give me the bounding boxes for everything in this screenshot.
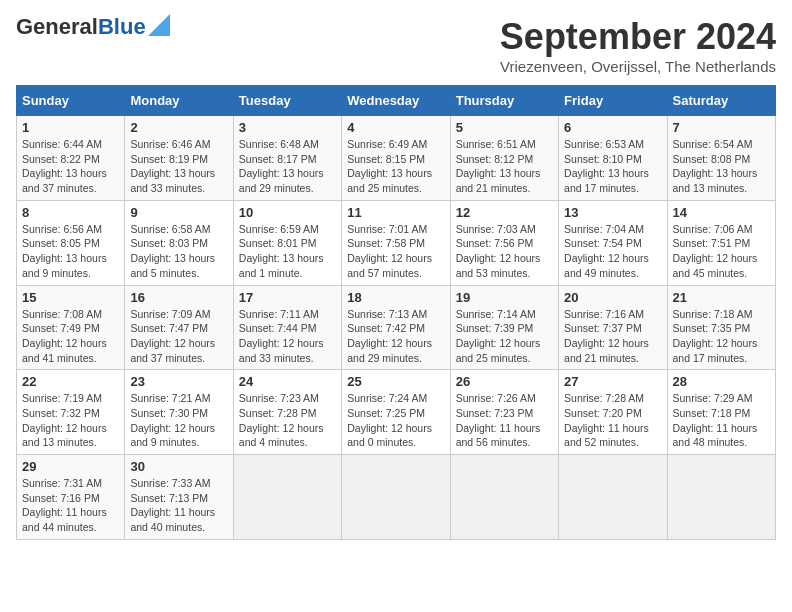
day-info-line: Daylight: 12 hours	[673, 336, 770, 351]
day-info-line: and 9 minutes.	[22, 266, 119, 281]
day-info-line: Daylight: 13 hours	[130, 251, 227, 266]
day-cell: 11Sunrise: 7:01 AMSunset: 7:58 PMDayligh…	[342, 200, 450, 285]
day-number: 25	[347, 374, 444, 389]
day-info-line: Sunrise: 7:06 AM	[673, 222, 770, 237]
day-info-line: Daylight: 13 hours	[564, 166, 661, 181]
day-info-line: Daylight: 12 hours	[130, 421, 227, 436]
day-cell: 10Sunrise: 6:59 AMSunset: 8:01 PMDayligh…	[233, 200, 341, 285]
day-info-line: Sunset: 8:05 PM	[22, 236, 119, 251]
logo: GeneralBlue	[16, 16, 170, 38]
logo-general: General	[16, 14, 98, 39]
day-info-line: Sunrise: 7:11 AM	[239, 307, 336, 322]
day-number: 10	[239, 205, 336, 220]
day-cell: 1Sunrise: 6:44 AMSunset: 8:22 PMDaylight…	[17, 116, 125, 201]
day-info-line: Sunset: 8:08 PM	[673, 152, 770, 167]
day-info-line: and 21 minutes.	[456, 181, 553, 196]
day-info-line: Daylight: 12 hours	[564, 251, 661, 266]
header-day-friday: Friday	[559, 86, 667, 116]
logo-icon	[148, 14, 170, 36]
day-info-line: Sunrise: 7:31 AM	[22, 476, 119, 491]
day-cell: 28Sunrise: 7:29 AMSunset: 7:18 PMDayligh…	[667, 370, 775, 455]
day-info-line: and 53 minutes.	[456, 266, 553, 281]
day-info-line: Sunset: 8:17 PM	[239, 152, 336, 167]
day-cell: 21Sunrise: 7:18 AMSunset: 7:35 PMDayligh…	[667, 285, 775, 370]
day-info-line: Daylight: 11 hours	[673, 421, 770, 436]
day-info-line: Sunrise: 6:51 AM	[456, 137, 553, 152]
day-info-line: Daylight: 13 hours	[22, 166, 119, 181]
day-info-line: Sunset: 7:30 PM	[130, 406, 227, 421]
day-info-line: Sunset: 7:39 PM	[456, 321, 553, 336]
day-cell: 14Sunrise: 7:06 AMSunset: 7:51 PMDayligh…	[667, 200, 775, 285]
day-info-line: Sunset: 7:51 PM	[673, 236, 770, 251]
day-info-line: Sunset: 7:56 PM	[456, 236, 553, 251]
day-info-line: Daylight: 13 hours	[347, 166, 444, 181]
day-cell: 4Sunrise: 6:49 AMSunset: 8:15 PMDaylight…	[342, 116, 450, 201]
day-info-line: Daylight: 13 hours	[239, 166, 336, 181]
day-info-line: and 48 minutes.	[673, 435, 770, 450]
day-info-line: Sunrise: 7:28 AM	[564, 391, 661, 406]
day-info-line: Daylight: 13 hours	[673, 166, 770, 181]
day-info-line: and 37 minutes.	[22, 181, 119, 196]
day-info-line: and 41 minutes.	[22, 351, 119, 366]
day-info-line: Daylight: 12 hours	[673, 251, 770, 266]
location: Vriezenveen, Overijssel, The Netherlands	[500, 58, 776, 75]
day-number: 28	[673, 374, 770, 389]
day-info-line: Sunset: 7:28 PM	[239, 406, 336, 421]
week-row-2: 8Sunrise: 6:56 AMSunset: 8:05 PMDaylight…	[17, 200, 776, 285]
day-info-line: Sunrise: 6:54 AM	[673, 137, 770, 152]
month-title: September 2024	[500, 16, 776, 58]
day-cell: 30Sunrise: 7:33 AMSunset: 7:13 PMDayligh…	[125, 455, 233, 540]
header-day-wednesday: Wednesday	[342, 86, 450, 116]
day-info-line: and 52 minutes.	[564, 435, 661, 450]
day-info-line: Sunrise: 6:49 AM	[347, 137, 444, 152]
day-info-line: and 40 minutes.	[130, 520, 227, 535]
day-info-line: Sunset: 7:42 PM	[347, 321, 444, 336]
header-day-thursday: Thursday	[450, 86, 558, 116]
day-info-line: Sunrise: 7:04 AM	[564, 222, 661, 237]
day-number: 3	[239, 120, 336, 135]
day-info-line: and 9 minutes.	[130, 435, 227, 450]
week-row-5: 29Sunrise: 7:31 AMSunset: 7:16 PMDayligh…	[17, 455, 776, 540]
day-cell: 12Sunrise: 7:03 AMSunset: 7:56 PMDayligh…	[450, 200, 558, 285]
day-number: 21	[673, 290, 770, 305]
day-info-line: and 44 minutes.	[22, 520, 119, 535]
day-number: 15	[22, 290, 119, 305]
day-info-line: Daylight: 12 hours	[347, 421, 444, 436]
day-cell: 22Sunrise: 7:19 AMSunset: 7:32 PMDayligh…	[17, 370, 125, 455]
day-info-line: Sunset: 7:37 PM	[564, 321, 661, 336]
day-info-line: Sunrise: 7:26 AM	[456, 391, 553, 406]
day-info-line: and 17 minutes.	[673, 351, 770, 366]
day-cell: 24Sunrise: 7:23 AMSunset: 7:28 PMDayligh…	[233, 370, 341, 455]
day-info-line: Daylight: 12 hours	[130, 336, 227, 351]
day-info-line: Daylight: 13 hours	[130, 166, 227, 181]
day-info-line: Sunrise: 6:59 AM	[239, 222, 336, 237]
day-info-line: and 45 minutes.	[673, 266, 770, 281]
day-info-line: Sunset: 7:35 PM	[673, 321, 770, 336]
day-info-line: Sunrise: 6:56 AM	[22, 222, 119, 237]
day-info-line: Sunrise: 6:46 AM	[130, 137, 227, 152]
day-info-line: Sunset: 7:25 PM	[347, 406, 444, 421]
day-cell	[559, 455, 667, 540]
day-info-line: Sunrise: 7:13 AM	[347, 307, 444, 322]
day-info-line: and 13 minutes.	[22, 435, 119, 450]
day-cell: 16Sunrise: 7:09 AMSunset: 7:47 PMDayligh…	[125, 285, 233, 370]
day-number: 27	[564, 374, 661, 389]
day-info-line: Daylight: 11 hours	[130, 505, 227, 520]
day-number: 4	[347, 120, 444, 135]
day-info-line: and 0 minutes.	[347, 435, 444, 450]
header-day-monday: Monday	[125, 86, 233, 116]
day-info-line: Sunset: 7:23 PM	[456, 406, 553, 421]
day-info-line: and 5 minutes.	[130, 266, 227, 281]
calendar-table: SundayMondayTuesdayWednesdayThursdayFrid…	[16, 85, 776, 540]
day-info-line: and 37 minutes.	[130, 351, 227, 366]
day-info-line: Sunset: 8:12 PM	[456, 152, 553, 167]
day-cell: 25Sunrise: 7:24 AMSunset: 7:25 PMDayligh…	[342, 370, 450, 455]
day-number: 30	[130, 459, 227, 474]
day-number: 13	[564, 205, 661, 220]
day-info-line: Sunset: 7:58 PM	[347, 236, 444, 251]
day-info-line: and 17 minutes.	[564, 181, 661, 196]
day-info-line: and 33 minutes.	[239, 351, 336, 366]
day-number: 1	[22, 120, 119, 135]
day-number: 2	[130, 120, 227, 135]
day-cell: 2Sunrise: 6:46 AMSunset: 8:19 PMDaylight…	[125, 116, 233, 201]
